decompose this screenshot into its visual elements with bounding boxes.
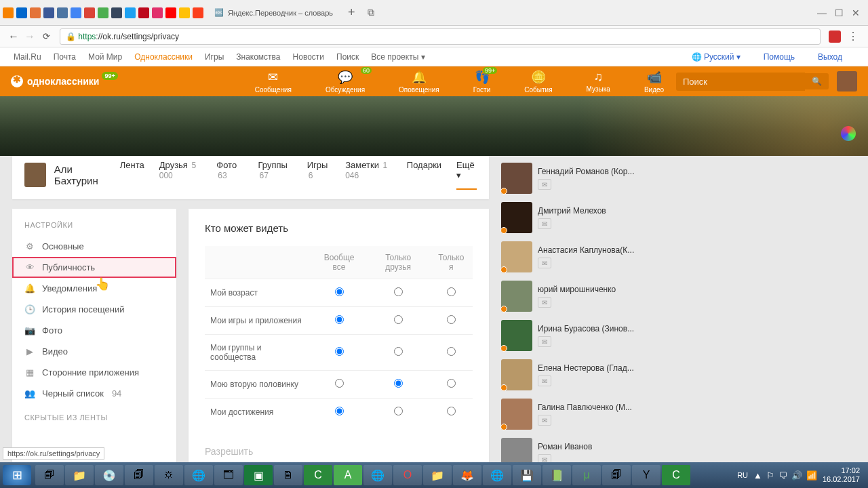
taskbar-app-icon[interactable]: 🗎 [274, 465, 302, 485]
message-button[interactable]: ✉ [538, 415, 551, 426]
profile-avatar[interactable] [24, 163, 46, 187]
taskbar-app-icon[interactable]: 📗 [542, 465, 571, 485]
friend-item[interactable]: Ирина Бурасова (Зинов...✉ [501, 320, 663, 351]
user-avatar[interactable] [837, 71, 857, 92]
sidebar-item[interactable]: ▦Сторонние приложения [12, 362, 176, 383]
friend-avatar[interactable] [501, 202, 532, 233]
friend-item[interactable]: Елена Нестерова (Глад...✉ [501, 359, 663, 390]
portal-link[interactable]: Почта [54, 52, 76, 62]
friend-avatar[interactable] [501, 359, 532, 390]
search-input[interactable] [676, 73, 805, 91]
header-nav-item[interactable]: ✉Сообщения [255, 70, 292, 94]
taskbar-app-icon[interactable]: Y [632, 465, 660, 485]
privacy-radio[interactable] [394, 315, 403, 324]
privacy-radio[interactable] [335, 347, 344, 356]
taskbar-clock[interactable]: 17:02 16.02.2017 [823, 466, 860, 484]
portal-link[interactable]: Одноклассники [134, 52, 193, 62]
profile-tab[interactable]: Друзья 5 000 [159, 160, 202, 190]
start-button[interactable]: ⊞ [3, 465, 31, 485]
friend-item[interactable]: Дмитрий Мелехов✉ [501, 202, 663, 233]
privacy-radio[interactable] [394, 347, 403, 356]
friend-item[interactable]: юрий мирошниченко✉ [501, 281, 663, 312]
privacy-radio[interactable] [447, 407, 456, 415]
taskbar-app-icon[interactable]: O [393, 465, 422, 485]
bookmark-icon[interactable] [30, 7, 41, 18]
portal-link[interactable]: Новости [293, 52, 324, 62]
profile-tab[interactable]: Ещё ▾ [456, 160, 477, 190]
tray-icon[interactable]: 📶 [806, 470, 817, 481]
new-tab-button[interactable]: + [348, 5, 355, 20]
address-bar[interactable]: 🔒 https://ok.ru/settings/privacy [60, 28, 821, 45]
extension-icon[interactable] [829, 30, 841, 43]
message-button[interactable]: ✉ [538, 218, 551, 229]
privacy-radio[interactable] [335, 407, 344, 415]
taskbar-app-icon[interactable]: 📁 [423, 465, 452, 485]
friend-avatar[interactable] [501, 320, 532, 351]
header-nav-item[interactable]: 💬Обсуждения60 [326, 70, 365, 94]
language-selector[interactable]: 🌐 Русский ▾ [692, 52, 741, 62]
sidebar-item[interactable]: 🔔Уведомления [12, 278, 176, 299]
sidebar-item[interactable]: 🕒История посещений [12, 299, 176, 320]
taskbar-app-icon[interactable]: 📁 [65, 465, 94, 485]
message-button[interactable]: ✉ [538, 336, 551, 347]
portal-link[interactable]: Знакомства [236, 52, 280, 62]
bookmark-icon[interactable] [71, 7, 81, 18]
bookmark-icon[interactable] [111, 7, 122, 18]
message-button[interactable]: ✉ [538, 375, 551, 386]
bookmark-icon[interactable] [152, 7, 163, 18]
friend-item[interactable]: Галина Павлюченко (М...✉ [501, 399, 663, 430]
privacy-radio[interactable] [447, 379, 456, 388]
header-nav-item[interactable]: 👣Гости99+ [473, 70, 490, 94]
bookmark-icon[interactable] [179, 7, 190, 18]
privacy-radio[interactable] [394, 379, 403, 388]
profile-tab[interactable]: Группы 67 [258, 160, 292, 190]
taskbar-app-icon[interactable]: 🗐 [602, 465, 631, 485]
portal-link[interactable]: Поиск [336, 52, 359, 62]
profile-tab[interactable]: Фото 63 [216, 160, 243, 190]
help-link[interactable]: Помощь [764, 52, 795, 62]
browser-tab[interactable]: 🔤 Яндекс.Переводчик – словарь [209, 5, 338, 20]
privacy-radio[interactable] [394, 287, 403, 296]
browser-menu-button[interactable]: ⋮ [844, 30, 863, 43]
taskbar-app-icon[interactable]: 🌐 [184, 465, 213, 485]
taskbar-app-icon[interactable]: ⛭ [155, 465, 183, 485]
friend-item[interactable]: Анастасия Каплунова(К...✉ [501, 241, 663, 272]
sidebar-item[interactable]: 👥Черный список 94 [12, 383, 176, 404]
tray-icon[interactable]: ▲ [753, 470, 762, 481]
tray-icon[interactable]: 🗨 [778, 470, 787, 481]
sidebar-item[interactable]: ▶Видео [12, 341, 176, 362]
bookmark-icon[interactable] [84, 7, 95, 18]
header-nav-item[interactable]: 🔔Оповещения [399, 70, 439, 94]
bookmark-icon[interactable] [125, 7, 136, 18]
maximize-button[interactable]: ☐ [835, 7, 844, 18]
message-button[interactable]: ✉ [538, 258, 551, 268]
header-nav-item[interactable]: 📹Видео [644, 70, 664, 94]
portal-link[interactable]: Игры [205, 52, 224, 62]
taskbar-app-icon[interactable]: 🌐 [483, 465, 511, 485]
bookmark-icon[interactable] [57, 7, 68, 18]
privacy-radio[interactable] [335, 379, 344, 388]
taskbar-app-icon[interactable]: μ [572, 465, 601, 485]
friend-avatar[interactable] [501, 399, 532, 430]
profile-tab[interactable]: Заметки 1 046 [345, 160, 392, 190]
logout-link[interactable]: Выход [818, 52, 842, 62]
sidebar-item[interactable]: ⚙Основные [12, 236, 176, 257]
privacy-radio[interactable] [335, 315, 344, 324]
sidebar-item[interactable]: 👁Публичность [12, 257, 176, 278]
tray-lang[interactable]: RU [737, 471, 748, 479]
taskbar-app-icon[interactable]: 🌐 [363, 465, 392, 485]
profile-tab[interactable]: Подарки [407, 160, 441, 190]
cover-edit-button[interactable] [841, 126, 856, 141]
friend-avatar[interactable] [501, 281, 532, 312]
minimize-button[interactable]: — [817, 7, 827, 18]
privacy-radio[interactable] [335, 287, 344, 296]
tray-icon[interactable]: 🔊 [791, 470, 802, 481]
header-nav-item[interactable]: ♫Музыка [587, 70, 610, 94]
friend-item[interactable]: Геннадий Романов (Кор...✉ [501, 163, 663, 194]
portal-link[interactable]: Mail.Ru [14, 52, 41, 62]
portal-link[interactable]: Мой Мир [88, 52, 122, 62]
site-logo[interactable]: одноклассники 99+ [11, 75, 119, 87]
taskbar-app-icon[interactable]: ▣ [244, 465, 273, 485]
taskbar-app-icon[interactable]: 🗐 [125, 465, 153, 485]
privacy-radio[interactable] [447, 315, 456, 324]
